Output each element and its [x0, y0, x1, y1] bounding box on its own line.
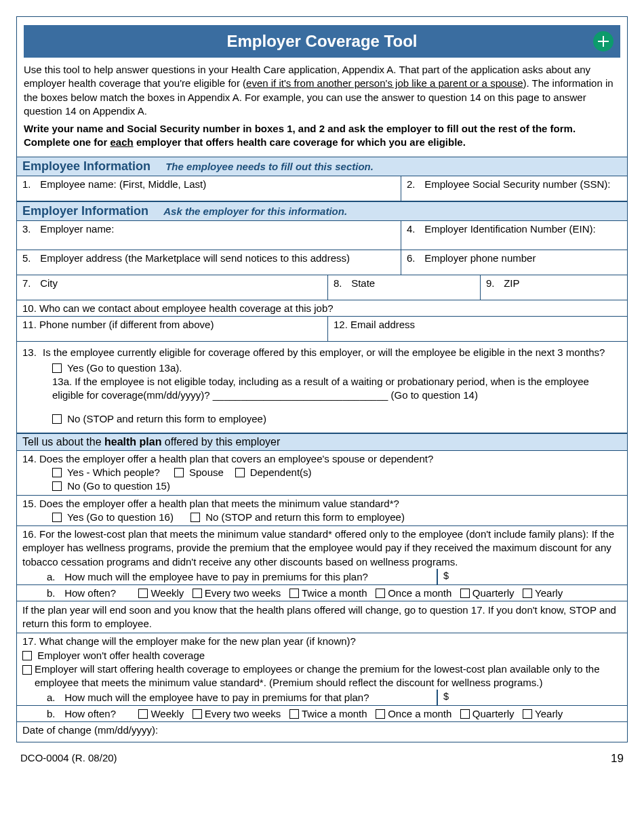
plus-icon: [593, 31, 613, 52]
q12-label: 12. Email address: [334, 319, 415, 330]
q14-no-checkbox[interactable]: [52, 481, 62, 491]
page: Employer Coverage Tool Use this tool to …: [0, 0, 644, 774]
q16b-twice-checkbox[interactable]: [289, 589, 299, 598]
q10-cell[interactable]: 10. Who can we contact about employee he…: [17, 300, 627, 316]
q3-label: Employer name:: [40, 223, 114, 235]
row-q7-q8-q9: 7. City 8. State 9. ZIP: [17, 275, 627, 300]
q1-cell[interactable]: 1. Employee name: (First, Middle, Last): [17, 176, 401, 201]
form-title: Employer Coverage Tool: [227, 32, 418, 50]
q17-opt1-checkbox[interactable]: [22, 651, 32, 660]
q16b-quarterly-checkbox[interactable]: [460, 589, 470, 598]
q17-opt2-label: Employer will start offering health cove…: [35, 662, 622, 690]
q6-cell[interactable]: 6. Employer phone number: [401, 250, 627, 275]
q16b-weekly-checkbox[interactable]: [138, 589, 148, 598]
employee-head-title: Employee Information: [22, 159, 150, 173]
q13-yes-checkbox[interactable]: [52, 363, 62, 373]
q15-text: 15. Does the employer offer a health pla…: [22, 497, 622, 511]
q8-cell[interactable]: 8. State: [328, 275, 481, 300]
q17a-amount-cell[interactable]: $: [437, 690, 627, 705]
q16b-once-checkbox[interactable]: [376, 589, 385, 598]
q4-cell[interactable]: 4. Employer Identification Number (EIN):: [401, 221, 627, 250]
q17b-once-checkbox[interactable]: [376, 709, 385, 719]
q11-cell[interactable]: 11. Phone number (if different from abov…: [17, 317, 328, 341]
q5-cell[interactable]: 5. Employer address (the Marketplace wil…: [17, 250, 401, 275]
q13-yes-label: Yes (Go to question 13a).: [67, 362, 182, 374]
q15-yes-checkbox[interactable]: [52, 513, 62, 522]
q17-date-label: Date of change (mm/dd/yyyy):: [22, 724, 158, 736]
q9-cell[interactable]: 9. ZIP: [481, 275, 627, 300]
page-footer: DCO-0004 (R. 08/20) 19: [16, 742, 628, 766]
q4-num: 4.: [407, 223, 422, 235]
q2-label: Employee Social Security number (SSN):: [424, 178, 610, 190]
q17b-cell: b. How often? Weekly Every two weeks Twi…: [17, 706, 627, 721]
q14-spouse-checkbox[interactable]: [174, 468, 184, 477]
q7-num: 7.: [22, 277, 37, 289]
row-q11-q12: 11. Phone number (if different from abov…: [17, 317, 627, 342]
q17a-row: a. How much will the employee have to pa…: [17, 690, 627, 706]
between-text: If the plan year will end soon and you k…: [17, 601, 627, 634]
q15-yes-label: Yes (Go to question 16): [67, 511, 174, 523]
q12-cell[interactable]: 12. Email address: [328, 317, 627, 341]
q17a-dollar: $: [443, 691, 449, 702]
form-container: Employer Coverage Tool Use this tool to …: [16, 16, 628, 742]
q17b-twice: Twice a month: [302, 708, 367, 719]
employee-head-sub: The employee needs to fill out this sect…: [165, 161, 374, 172]
q17b-quarterly-checkbox[interactable]: [460, 709, 470, 719]
q9-num: 9.: [486, 277, 501, 289]
q17-date-row[interactable]: Date of change (mm/dd/yyyy):: [17, 722, 627, 741]
q5-num: 5.: [22, 252, 37, 264]
q6-num: 6.: [407, 252, 422, 264]
q17b-biweekly-checkbox[interactable]: [193, 709, 202, 719]
q14-text: 14. Does the employer offer a health pla…: [22, 452, 622, 466]
row-q1-q2: 1. Employee name: (First, Middle, Last) …: [17, 176, 627, 201]
q16a-amount-cell[interactable]: $: [437, 569, 627, 584]
q7-cell[interactable]: 7. City: [17, 275, 328, 300]
plan-section-head: Tell us about the health plan offered by…: [17, 433, 627, 451]
q13-no-checkbox[interactable]: [52, 414, 62, 424]
q11-label: 11. Phone number (if different from abov…: [22, 319, 214, 330]
q14-spouse-label: Spouse: [189, 466, 224, 478]
q7-label: City: [40, 277, 58, 289]
q16b-twice: Twice a month: [302, 587, 367, 599]
q17b-yearly: Yearly: [535, 708, 563, 719]
q16b-biweekly-checkbox[interactable]: [193, 589, 202, 598]
q3-cell[interactable]: 3. Employer name:: [17, 221, 401, 250]
q16b-once: Once a month: [388, 587, 451, 599]
q14-block: 14. Does the employer offer a health pla…: [17, 451, 627, 496]
q16a-num: a.: [47, 571, 62, 582]
q17a-label-cell: a. How much will the employee have to pa…: [17, 690, 437, 705]
q16a-label-cell: a. How much will the employee have to pa…: [17, 569, 437, 584]
q17-opt2-checkbox[interactable]: [22, 665, 32, 675]
plan-head-a: Tell us about the: [22, 436, 104, 448]
employer-section-head: Employer Information Ask the employer fo…: [17, 201, 627, 221]
row-q3-q4: 3. Employer name: 4. Employer Identifica…: [17, 221, 627, 250]
plan-head-c: offered by this employer: [161, 436, 280, 448]
form-title-bar: Employer Coverage Tool: [24, 25, 620, 58]
q17b-quarterly: Quarterly: [472, 708, 515, 719]
q17b-yearly-checkbox[interactable]: [523, 709, 532, 719]
page-number: 19: [611, 752, 624, 766]
q14-yes-checkbox[interactable]: [52, 468, 62, 477]
q16b-num: b.: [47, 587, 62, 599]
q14-yes-label: Yes - Which people?: [67, 466, 160, 478]
q15-no-checkbox[interactable]: [190, 513, 200, 522]
q14-dep-label: Dependent(s): [250, 466, 312, 478]
q17b-weekly-checkbox[interactable]: [138, 709, 148, 719]
q16b-cell: b. How often? Weekly Every two weeks Twi…: [17, 585, 627, 601]
q17a-num: a.: [47, 692, 62, 703]
q14-dependent-checkbox[interactable]: [235, 468, 245, 477]
q17a-text: How much will the employee have to pay i…: [64, 692, 369, 703]
q3-num: 3.: [22, 223, 37, 235]
q16b-biweekly: Every two weeks: [205, 587, 281, 599]
intro-2b: employer that offers health care coverag…: [134, 136, 466, 148]
row-q5-q6: 5. Employer address (the Marketplace wil…: [17, 250, 627, 275]
q8-num: 8.: [334, 277, 348, 289]
q8-label: State: [351, 277, 375, 289]
q16a-dollar: $: [443, 570, 449, 581]
q2-cell[interactable]: 2. Employee Social Security number (SSN)…: [401, 176, 627, 201]
q10-label: 10. Who can we contact about employee he…: [22, 302, 334, 314]
q16b-yearly-checkbox[interactable]: [523, 589, 532, 598]
row-q10: 10. Who can we contact about employee he…: [17, 300, 627, 317]
q17b-once: Once a month: [388, 708, 451, 719]
q17b-twice-checkbox[interactable]: [289, 709, 299, 719]
